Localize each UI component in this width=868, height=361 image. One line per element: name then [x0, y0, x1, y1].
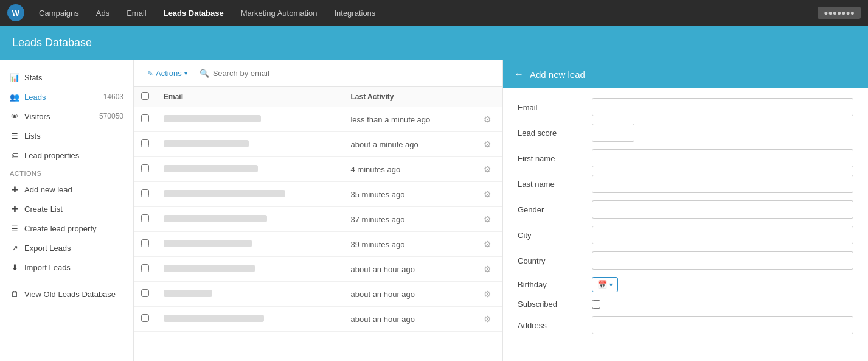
sidebar-item-leads[interactable]: 👥 Leads 14603	[0, 87, 133, 107]
sidebar-item-lists[interactable]: ☰ Lists	[0, 126, 133, 145]
form-input-email[interactable]	[592, 98, 853, 116]
sidebar-item-visitors[interactable]: 👁 Visitors 570050	[0, 107, 133, 126]
sidebar-import-label: Import Leads	[24, 263, 71, 272]
search-input[interactable]	[213, 69, 494, 78]
form-row-city: City	[518, 226, 853, 244]
form-input-lead_score[interactable]	[592, 124, 634, 142]
form-label-first_name: First name	[518, 154, 585, 163]
subscribed-checkbox[interactable]	[592, 300, 600, 309]
form-input-address[interactable]	[592, 316, 853, 334]
row-gear-button[interactable]: ⚙	[480, 313, 495, 325]
select-all-checkbox[interactable]	[141, 92, 149, 100]
form-label-birthday: Birthday	[518, 280, 585, 289]
form-input-country[interactable]	[592, 251, 853, 270]
row-checkbox[interactable]	[141, 289, 149, 297]
email-cell	[164, 115, 261, 122]
row-gear-button[interactable]: ⚙	[480, 213, 495, 225]
row-checkbox[interactable]	[141, 264, 149, 272]
table-row: 4 minutes ago ⚙	[134, 157, 502, 182]
row-checkbox[interactable]	[141, 164, 149, 172]
activity-col-header: Last Activity	[343, 87, 473, 107]
add-icon: ✚	[10, 184, 19, 194]
sidebar-create-list-label: Create List	[24, 205, 63, 214]
row-gear-button[interactable]: ⚙	[480, 138, 495, 150]
sidebar-create-lead-property[interactable]: ☰ Create lead property	[0, 219, 133, 238]
email-cell	[164, 190, 285, 197]
actions-button[interactable]: ✎ Actions ▾	[142, 66, 192, 80]
sidebar-export-leads[interactable]: ↗ Export Leads	[0, 238, 133, 258]
form-input-first_name[interactable]	[592, 149, 853, 167]
form-label-subscribed: Subscribed	[518, 300, 585, 309]
form-label-country: Country	[518, 256, 585, 265]
create-prop-icon: ☰	[10, 223, 19, 233]
sidebar-item-lead-properties[interactable]: 🏷 Lead properties	[0, 145, 133, 165]
nav-leads-database[interactable]: Leads Database	[156, 6, 231, 20]
email-cell	[164, 315, 264, 322]
table-row: about an hour ago ⚙	[134, 282, 502, 307]
nav-email[interactable]: Email	[119, 6, 154, 20]
table-section: ✎ Actions ▾ 🔍 E	[134, 60, 503, 361]
export-icon: ↗	[10, 243, 19, 253]
form-input-gender[interactable]	[592, 200, 853, 219]
dropdown-icon: ▾	[609, 281, 613, 288]
back-button[interactable]: ←	[514, 69, 524, 80]
form-row-address: Address	[518, 316, 853, 334]
birthday-picker-button[interactable]: 📅▾	[592, 277, 618, 292]
nav-marketing-automation[interactable]: Marketing Automation	[234, 6, 325, 20]
visitors-icon: 👁	[10, 111, 19, 121]
row-checkbox[interactable]	[141, 189, 149, 197]
email-cell	[164, 240, 252, 247]
leads-table-container: Email Last Activity less than a minute a…	[134, 87, 502, 361]
activity-cell: about an hour ago	[343, 257, 473, 282]
row-gear-button[interactable]: ⚙	[480, 238, 495, 250]
row-gear-button[interactable]: ⚙	[480, 188, 495, 200]
sidebar-old-db-label: View Old Leads Database	[24, 290, 116, 299]
top-nav: W Campaigns Ads Email Leads Database Mar…	[0, 0, 868, 26]
row-gear-button[interactable]: ⚙	[480, 263, 495, 275]
sidebar-view-old-db[interactable]: 🗒 View Old Leads Database	[0, 284, 133, 304]
sidebar-import-leads[interactable]: ⬇ Import Leads	[0, 258, 133, 277]
row-gear-button[interactable]: ⚙	[480, 163, 495, 175]
sidebar-create-list[interactable]: ✚ Create List	[0, 199, 133, 219]
nav-campaigns[interactable]: Campaigns	[32, 6, 86, 20]
form-row-gender: Gender	[518, 200, 853, 219]
visitors-count: 570050	[99, 112, 123, 121]
select-all-col	[134, 87, 156, 107]
nav-integrations[interactable]: Integrations	[327, 6, 383, 20]
row-checkbox[interactable]	[141, 139, 149, 147]
sidebar-add-new-lead[interactable]: ✚ Add new lead	[0, 180, 133, 199]
form-input-last_name[interactable]	[592, 175, 853, 193]
search-box: 🔍	[200, 69, 494, 78]
email-cell	[164, 290, 212, 297]
table-row: 35 minutes ago ⚙	[134, 182, 502, 207]
activity-cell: 39 minutes ago	[343, 232, 473, 257]
add-lead-title: Add new lead	[530, 69, 585, 80]
user-menu[interactable]: ●●●●●●●	[818, 7, 861, 19]
nav-ads[interactable]: Ads	[89, 6, 117, 20]
form-label-email: Email	[518, 103, 585, 112]
row-checkbox[interactable]	[141, 114, 149, 122]
activity-cell: about a minute ago	[343, 132, 473, 157]
old-db-icon: 🗒	[10, 289, 19, 299]
row-gear-button[interactable]: ⚙	[480, 113, 495, 125]
actions-col-header	[473, 87, 502, 107]
logo: W	[7, 4, 24, 21]
page-header: Leads Database	[0, 26, 868, 60]
form-label-gender: Gender	[518, 205, 585, 214]
sidebar-visitors-label: Visitors	[24, 112, 50, 121]
sidebar-item-stats[interactable]: 📊 Stats	[0, 68, 133, 87]
form-input-city[interactable]	[592, 226, 853, 244]
row-gear-button[interactable]: ⚙	[480, 288, 495, 300]
row-checkbox[interactable]	[141, 314, 149, 322]
email-cell	[164, 140, 249, 147]
form-row-subscribed: Subscribed	[518, 300, 853, 309]
tag-icon: 🏷	[10, 150, 19, 160]
row-checkbox[interactable]	[141, 214, 149, 222]
add-lead-header: ← Add new lead	[503, 60, 868, 88]
table-row: about an hour ago ⚙	[134, 257, 502, 282]
row-checkbox[interactable]	[141, 239, 149, 247]
table-row: about a minute ago ⚙	[134, 132, 502, 157]
activity-cell: 35 minutes ago	[343, 182, 473, 207]
table-row: about an hour ago ⚙	[134, 307, 502, 332]
lists-icon: ☰	[10, 131, 19, 141]
